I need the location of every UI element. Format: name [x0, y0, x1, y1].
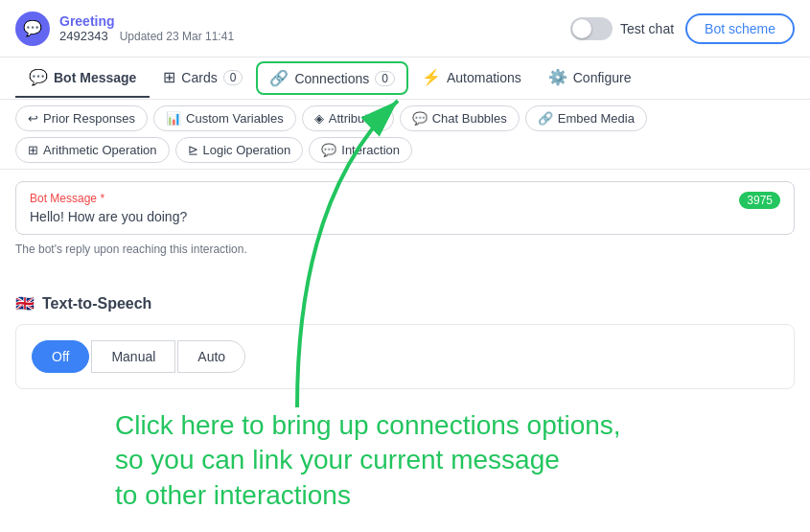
chip-prior-responses-label: Prior Responses — [43, 111, 135, 126]
chip-logic-operation-label: Logic Operation — [203, 143, 291, 157]
bot-message-icon: 💬 — [29, 68, 48, 86]
tts-off-button[interactable]: Off — [32, 340, 89, 373]
chip-interaction[interactable]: 💬 Interaction — [309, 137, 412, 163]
chip-embed-media-label: Embed Media — [558, 111, 635, 126]
main-content: Bot Message * Hello! How are you doing? … — [0, 170, 810, 283]
annotation-text: Click here to bring up connections optio… — [115, 408, 621, 513]
greeting-title: Greeting — [59, 13, 570, 29]
embed-media-icon: 🔗 — [538, 111, 553, 126]
tab-bot-message-label: Bot Message — [54, 70, 136, 85]
arithmetic-operation-icon: ⊞ — [28, 143, 38, 157]
tts-toggle-group: Off Manual Auto — [32, 340, 778, 373]
chip-chat-bubbles-label: Chat Bubbles — [432, 111, 507, 126]
tts-auto-button[interactable]: Auto — [177, 340, 245, 373]
chip-custom-variables-label: Custom Variables — [186, 111, 284, 126]
chip-attributes[interactable]: ◈ Attributes — [302, 105, 394, 131]
prior-responses-icon: ↩ — [28, 111, 38, 126]
tab-automations-label: Automations — [447, 70, 521, 85]
attributes-icon: ◈ — [314, 111, 324, 126]
chip-prior-responses[interactable]: ↩ Prior Responses — [15, 105, 148, 131]
chip-attributes-label: Attributes — [329, 111, 382, 126]
configure-icon: ⚙️ — [548, 68, 567, 86]
avatar-icon: 💬 — [23, 19, 42, 37]
tts-manual-button[interactable]: Manual — [91, 340, 175, 373]
message-label: Bot Message * — [30, 192, 780, 205]
tts-box: Off Manual Auto — [15, 324, 795, 389]
tabs-row1: 💬 Bot Message ⊞ Cards 0 🔗 Connections 0 … — [0, 58, 810, 100]
cards-badge: 0 — [223, 70, 243, 85]
greeting-id: 2492343 — [59, 29, 108, 43]
tab-configure-label: Configure — [573, 70, 632, 85]
tab-cards[interactable]: ⊞ Cards 0 — [150, 58, 256, 98]
chip-chat-bubbles[interactable]: 💬 Chat Bubbles — [400, 105, 520, 131]
connections-icon: 🔗 — [269, 69, 289, 87]
hint-text: The bot's reply upon reaching this inter… — [15, 243, 795, 256]
header-right: Test chat Bot scheme — [570, 13, 795, 44]
chip-arithmetic-operation-label: Arithmetic Operation — [43, 143, 157, 157]
toggle-knob — [572, 19, 591, 38]
connections-badge: 0 — [375, 71, 395, 86]
test-chat-toggle[interactable] — [570, 17, 613, 40]
toggle-wrapper: Test chat — [570, 17, 674, 40]
message-box: Bot Message * Hello! How are you doing? … — [15, 181, 795, 235]
tab-connections[interactable]: 🔗 Connections 0 — [256, 61, 408, 95]
greeting-info: Greeting 2492343 Updated 23 Mar 11:41 — [59, 13, 570, 43]
required-asterisk: * — [97, 192, 104, 205]
interaction-icon: 💬 — [321, 143, 336, 157]
chat-bubbles-icon: 💬 — [412, 111, 428, 126]
tab-connections-label: Connections — [294, 71, 369, 86]
logic-operation-icon: ⊵ — [188, 143, 198, 157]
tts-section: 🇬🇧 Text-to-Speech Off Manual Auto — [0, 283, 810, 401]
tab-cards-label: Cards — [181, 70, 217, 85]
tab-automations[interactable]: ⚡ Automations — [408, 58, 535, 98]
chips-row: ↩ Prior Responses 📊 Custom Variables ◈ A… — [0, 100, 810, 170]
tab-bot-message[interactable]: 💬 Bot Message — [15, 58, 150, 98]
char-count: 3975 — [739, 192, 780, 209]
chip-interaction-label: Interaction — [341, 143, 400, 157]
tts-flag: 🇬🇧 — [15, 294, 35, 312]
bot-scheme-button[interactable]: Bot scheme — [685, 13, 795, 44]
tab-configure[interactable]: ⚙️ Configure — [535, 58, 645, 98]
message-text[interactable]: Hello! How are you doing? — [30, 209, 780, 224]
automations-icon: ⚡ — [422, 68, 441, 86]
tts-header: 🇬🇧 Text-to-Speech — [15, 294, 795, 312]
tts-title: Text-to-Speech — [42, 295, 151, 312]
chip-embed-media[interactable]: 🔗 Embed Media — [525, 105, 647, 131]
custom-variables-icon: 📊 — [166, 111, 181, 126]
chip-arithmetic-operation[interactable]: ⊞ Arithmetic Operation — [15, 137, 170, 163]
chip-custom-variables[interactable]: 📊 Custom Variables — [153, 105, 296, 131]
header: 💬 Greeting 2492343 Updated 23 Mar 11:41 … — [0, 0, 810, 58]
test-chat-label: Test chat — [620, 21, 674, 36]
cards-icon: ⊞ — [163, 68, 175, 86]
chip-logic-operation[interactable]: ⊵ Logic Operation — [175, 137, 304, 163]
avatar: 💬 — [15, 12, 50, 46]
updated-label: Updated 23 Mar 11:41 — [120, 30, 234, 43]
